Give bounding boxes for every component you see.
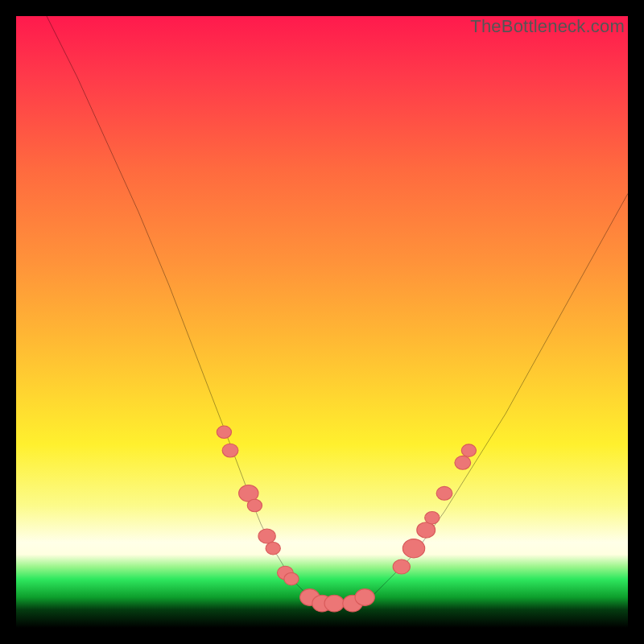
data-marker [222,444,238,457]
curve-layer [16,16,628,628]
plot-area: TheBottleneck.com [16,16,628,628]
data-marker [393,559,410,574]
data-marker [284,572,299,585]
data-marker [417,522,436,538]
bottleneck-curve [47,16,628,604]
data-marker [425,511,440,524]
data-marker [266,542,280,555]
data-marker [355,589,374,606]
data-marker [461,444,476,457]
data-marker [258,529,275,543]
data-marker [217,426,231,439]
data-marker [324,595,344,612]
chart-frame: TheBottleneck.com [0,0,644,644]
data-marker [455,456,471,469]
data-marker [402,539,424,558]
watermark-text: TheBottleneck.com [470,16,625,37]
data-marker [247,499,262,512]
data-marker [436,486,452,500]
marker-group [217,426,476,612]
